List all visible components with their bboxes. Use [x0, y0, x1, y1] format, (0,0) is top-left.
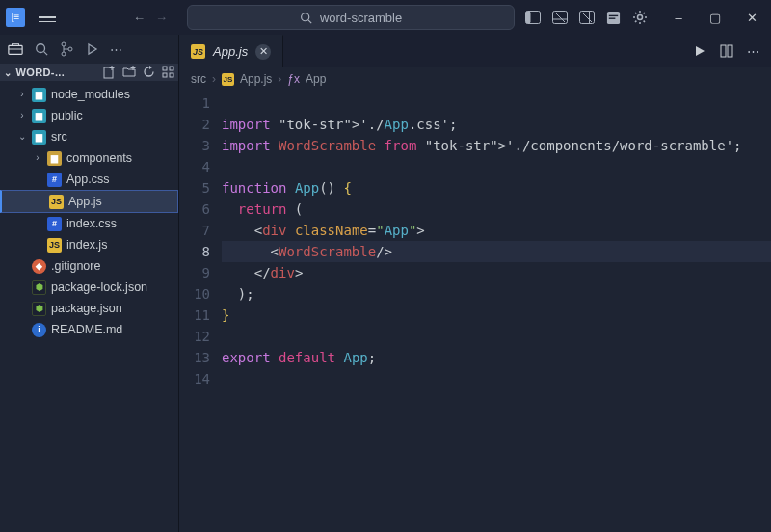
svg-rect-30 [163, 73, 167, 77]
breadcrumb-seg-1[interactable]: App.js [240, 72, 272, 86]
tree-file-package-lock-json[interactable]: ⬢package-lock.json [0, 277, 178, 298]
twisty-icon: ⌄ [17, 128, 27, 146]
editor-actions: ⋯ [681, 35, 771, 67]
tree-folder-src[interactable]: ⌄▆src [0, 126, 178, 147]
explorer-view-icon[interactable] [8, 42, 23, 56]
tree-file-app-js[interactable]: JSApp.js [0, 190, 178, 213]
tree-file-readme-md[interactable]: iREADME.md [0, 319, 178, 340]
svg-point-0 [302, 13, 309, 20]
code-line-9[interactable]: </div> [222, 262, 771, 283]
toggle-primary-sidebar-icon[interactable] [525, 11, 541, 24]
svg-line-18 [44, 52, 48, 56]
history-nav: ← → [133, 11, 168, 25]
breadcrumb[interactable]: src › JS App.js › ƒx App [179, 67, 771, 91]
new-file-icon[interactable] [103, 66, 116, 79]
new-folder-icon[interactable] [122, 66, 136, 79]
refresh-icon[interactable] [143, 66, 155, 79]
editor-tabs: JS App.js ✕ ⋯ [179, 35, 771, 67]
tree-folder-components[interactable]: ›▆components [0, 147, 178, 169]
breadcrumb-seg-2[interactable]: App [306, 72, 326, 86]
tree-item-label: index.js [66, 236, 107, 253]
debug-view-icon[interactable] [85, 42, 98, 56]
more-editor-actions-icon[interactable]: ⋯ [747, 44, 759, 59]
code-line-1[interactable] [222, 93, 771, 114]
code-line-5[interactable]: function App() { [222, 177, 771, 199]
run-button[interactable] [693, 44, 706, 58]
tree-file-app-css[interactable]: #App.css [0, 169, 178, 190]
editor-group: JS App.js ✕ ⋯ src › JS App.js › ƒx App 1… [179, 35, 771, 532]
code-line-3[interactable]: import WordScramble from "tok-str">'./co… [222, 135, 771, 156]
tree-item-label: src [51, 128, 67, 146]
code-line-13[interactable]: export default App; [222, 347, 771, 368]
collapse-all-icon[interactable] [162, 66, 174, 79]
forward-button[interactable]: → [155, 11, 168, 25]
toggle-panel-icon[interactable] [552, 11, 568, 24]
line-gutter: 1234567891011121314 [179, 93, 222, 532]
chevron-right-icon: › [212, 72, 216, 86]
svg-rect-12 [609, 17, 616, 18]
chevron-right-icon: › [278, 72, 281, 86]
folder-icon: ▆ [32, 88, 46, 102]
window-controls: – ▢ ✕ [667, 11, 763, 25]
svg-rect-16 [12, 44, 18, 46]
more-views-icon[interactable]: ⋯ [110, 42, 122, 57]
svg-line-1 [308, 19, 311, 22]
code-line-12[interactable] [222, 326, 771, 347]
settings-gear-icon[interactable] [632, 10, 648, 25]
svg-rect-11 [609, 14, 618, 15]
npm-icon: ⬢ [32, 302, 46, 316]
tree-file-index-css[interactable]: #index.css [0, 213, 178, 234]
twisty-icon: › [17, 107, 27, 124]
comments-icon[interactable] [606, 11, 621, 25]
toggle-secondary-sidebar-icon[interactable] [579, 11, 595, 24]
code-line-2[interactable]: import "tok-str">'./App.css'; [222, 114, 771, 135]
svg-line-6 [555, 13, 565, 22]
tree-item-label: index.css [66, 215, 117, 232]
source-control-view-icon[interactable] [60, 41, 73, 57]
breadcrumb-seg-0[interactable]: src [191, 72, 206, 86]
command-center[interactable]: word-scramble [187, 5, 515, 30]
tree-file--gitignore[interactable]: ◆.gitignore [0, 255, 178, 277]
code-lines[interactable]: import "tok-str">'./App.css';import Word… [222, 93, 771, 532]
split-editor-icon[interactable] [720, 44, 733, 58]
close-window-button[interactable]: ✕ [740, 11, 763, 25]
svg-rect-33 [721, 45, 726, 57]
tree-file-index-js[interactable]: JSindex.js [0, 234, 178, 255]
code-line-6[interactable]: return ( [222, 199, 771, 220]
minimize-button[interactable]: – [667, 11, 690, 25]
tree-folder-public[interactable]: ›▆public [0, 105, 178, 126]
file-tree: ›▆node_modules›▆public⌄▆src›▆components#… [0, 81, 178, 343]
close-tab-icon[interactable]: ✕ [255, 44, 271, 60]
code-line-10[interactable]: ); [222, 283, 771, 305]
chevron-down-icon: ⌄ [4, 67, 12, 78]
explorer-header[interactable]: ⌄ WORD-... [0, 64, 178, 81]
js-file-icon: JS [191, 44, 205, 59]
js-icon: JS [47, 238, 62, 253]
twisty-icon: › [17, 86, 27, 103]
twisty-icon: › [33, 149, 42, 167]
function-icon: ƒx [287, 72, 300, 86]
code-line-11[interactable]: } [222, 305, 771, 326]
menu-button[interactable] [39, 13, 56, 23]
folder-icon: ▆ [32, 109, 46, 123]
workspace-name: WORD-... [15, 66, 99, 78]
back-button[interactable]: ← [133, 11, 146, 25]
code-line-4[interactable] [222, 156, 771, 177]
git-icon: ◆ [32, 259, 46, 274]
tree-file-package-json[interactable]: ⬢package.json [0, 298, 178, 319]
maximize-button[interactable]: ▢ [704, 11, 727, 25]
search-view-icon[interactable] [35, 42, 48, 56]
svg-rect-34 [728, 45, 732, 57]
tab-app-js[interactable]: JS App.js ✕ [179, 35, 283, 67]
css-icon: # [47, 173, 62, 187]
code-line-7[interactable]: <div className="App"> [222, 220, 771, 241]
tree-item-label: package.json [51, 300, 122, 317]
code-line-8[interactable]: <WordScramble/> [222, 241, 771, 262]
svg-rect-14 [9, 45, 22, 54]
tree-folder-node-modules[interactable]: ›▆node_modules [0, 84, 178, 105]
tree-item-label: node_modules [51, 86, 130, 103]
svg-point-13 [638, 15, 643, 20]
code-line-14[interactable] [222, 368, 771, 389]
sidebar: ⋯ ⌄ WORD-... ›▆node_modules›▆public⌄▆src… [0, 35, 179, 532]
code-editor[interactable]: 1234567891011121314 import "tok-str">'./… [179, 91, 771, 532]
